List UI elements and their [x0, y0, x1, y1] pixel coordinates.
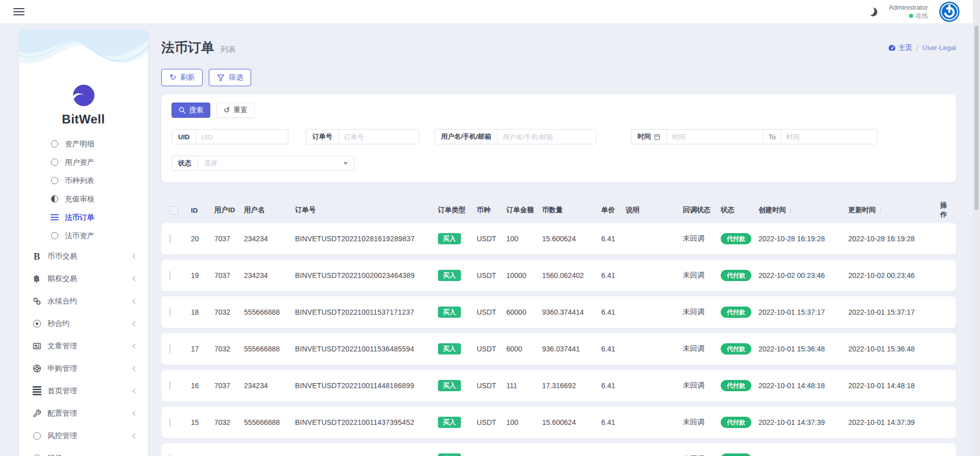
table-header: ID用户ID用户名订单号订单类型币种订单金额币数量单价说明回调状态状态创建时间↑…	[161, 200, 956, 220]
cell-amount: 111	[506, 382, 542, 390]
status-select[interactable]: 选择	[198, 156, 354, 170]
sidebar-item-fiat-asset[interactable]: 法币资产	[19, 226, 148, 245]
uid-input[interactable]	[196, 130, 288, 144]
column-header[interactable]: 说明	[626, 206, 683, 215]
sidebar-item-option-trade[interactable]: ฿期权交易	[19, 267, 148, 290]
time-from-input[interactable]	[667, 130, 763, 144]
sidebar-item-user-asset[interactable]: 用户资产	[19, 153, 148, 171]
order-no-input[interactable]	[339, 130, 419, 144]
row-checkbox[interactable]	[169, 418, 170, 427]
search-button[interactable]: 搜索	[172, 103, 210, 118]
column-header[interactable]: 更新时间↑	[848, 206, 940, 215]
cell-price: 6.41	[601, 382, 626, 390]
cell-user-id: 7032	[214, 418, 244, 426]
sidebar-item-label: 申购管理	[47, 364, 77, 373]
table-row: 167037234234BINVETUSDT202210011448186899…	[161, 370, 956, 401]
sidebar: BitWell 资产明细用户资产币种列表充值审核法币订单法币资产B币币交易฿期权…	[19, 30, 148, 456]
row-checkbox[interactable]	[169, 381, 170, 390]
cell-coin: USDT	[477, 382, 506, 390]
refresh-button[interactable]: ↻ 刷新	[161, 69, 203, 86]
reset-button[interactable]: ↺ 重置	[216, 103, 255, 118]
sidebar-item-subscribe-mgmt[interactable]: 申购管理	[19, 357, 148, 379]
row-checkbox[interactable]	[169, 344, 170, 353]
sidebar-item-article-mgmt[interactable]: 文章管理	[19, 335, 148, 357]
user-field-group: 用户名/手机/邮箱	[434, 129, 597, 144]
cell-username: 555666888	[244, 345, 295, 353]
cell-status: 代付款	[721, 380, 758, 391]
sidebar-item-coin-trade[interactable]: B币币交易	[19, 245, 148, 267]
sidebar-item-home-mgmt[interactable]: 首页管理	[19, 379, 148, 402]
chevron-left-icon	[133, 276, 138, 281]
chevron-down-icon	[344, 162, 348, 165]
cell-status: 代付款	[721, 417, 758, 428]
time-to-input[interactable]	[781, 130, 877, 144]
row-checkbox[interactable]	[169, 234, 170, 243]
table-row: 197037234234BINVETUSDT202210020023464389…	[161, 260, 956, 291]
circle-icon	[50, 232, 59, 239]
column-header[interactable]: 币种	[477, 206, 506, 215]
table-row: 157032555666888BINVETUSDT202210011437395…	[161, 407, 956, 438]
column-header[interactable]: 订单号	[295, 206, 438, 215]
dark-mode-icon[interactable]	[868, 6, 878, 17]
cell-created: 2022-10-02 00:23:46	[758, 271, 848, 280]
breadcrumb-current-link[interactable]: User-Legal	[922, 44, 956, 52]
sidebar-item-miner[interactable]: 矿机	[19, 447, 148, 456]
news-icon	[32, 342, 41, 350]
column-header[interactable]: ID	[191, 207, 214, 214]
half-circle-icon	[50, 195, 59, 202]
column-header[interactable]: 单价	[601, 206, 626, 215]
status-badge: 代付款	[721, 417, 751, 428]
column-header[interactable]: 操作	[940, 201, 948, 219]
breadcrumb-home-link[interactable]: 主页	[888, 43, 912, 53]
cell-created: 2022-10-28 16:19:28	[758, 235, 848, 243]
sidebar-item-coin-list[interactable]: 币种列表	[19, 171, 148, 190]
column-header[interactable]: 用户名	[244, 206, 295, 215]
buy-badge: 买入	[438, 417, 461, 428]
sidebar-item-risk-mgmt[interactable]: 风控管理	[19, 424, 148, 447]
cell-qty: 9360.374414	[542, 308, 601, 316]
avatar[interactable]	[939, 2, 960, 22]
target-icon	[32, 320, 41, 327]
column-header[interactable]: 订单类型	[438, 206, 477, 215]
user-input[interactable]	[498, 130, 596, 144]
filter-button[interactable]: 筛选	[209, 69, 251, 86]
column-header[interactable]: 创建时间↑	[758, 206, 848, 215]
brand-name: BitWell	[19, 112, 148, 126]
vertical-scrollbar[interactable]	[973, 0, 980, 456]
sort-asc-icon: ↑	[789, 207, 793, 214]
sidebar-item-asset-detail[interactable]: 资产明细	[19, 135, 148, 153]
cell-username: 555666888	[244, 418, 295, 426]
sidebar-item-config-mgmt[interactable]: 配置管理	[19, 402, 148, 424]
sidebar-item-second-contract[interactable]: 秒合约	[19, 312, 148, 335]
cell-id: 19	[191, 271, 214, 280]
cell-updated: 2022-10-01 14:37:39	[848, 418, 940, 426]
select-all-checkbox[interactable]	[169, 206, 178, 215]
brand-logo-icon	[73, 85, 94, 106]
sidebar-item-recharge-audit[interactable]: 充值审核	[19, 190, 148, 208]
menu-toggle-icon[interactable]	[13, 6, 24, 17]
cell-qty: 15.600624	[542, 235, 601, 243]
search-icon	[179, 107, 186, 114]
cell-created: 2022-10-01 15:36:48	[758, 345, 848, 353]
cell-price: 6.41	[601, 235, 626, 243]
user-status: 在线	[889, 12, 928, 20]
cell-amount: 10000	[506, 271, 542, 280]
status-select-placeholder: 选择	[204, 159, 217, 168]
column-header[interactable]: 状态	[721, 206, 758, 215]
page-title: 法币订单	[161, 39, 214, 57]
column-header[interactable]: 订单金额	[506, 206, 542, 215]
column-header[interactable]: 回调状态	[683, 206, 721, 215]
refresh-icon: ↻	[169, 73, 176, 82]
user-label: 用户名/手机/邮箱	[435, 130, 498, 144]
column-header[interactable]: 用户ID	[214, 206, 244, 215]
sidebar-item-perpetual[interactable]: 永续合约	[19, 290, 148, 312]
column-header[interactable]: 币数量	[542, 206, 601, 215]
cell-callback: 未回调	[683, 234, 721, 243]
row-checkbox[interactable]	[169, 271, 170, 280]
sidebar-item-fiat-order[interactable]: 法币订单	[19, 208, 148, 226]
scrollbar-thumb[interactable]	[974, 26, 978, 210]
row-checkbox[interactable]	[169, 308, 170, 317]
cell-status: 代付款	[721, 270, 758, 281]
order-no-label: 订单号	[306, 130, 339, 144]
sidebar-item-label: 风控管理	[47, 431, 77, 441]
